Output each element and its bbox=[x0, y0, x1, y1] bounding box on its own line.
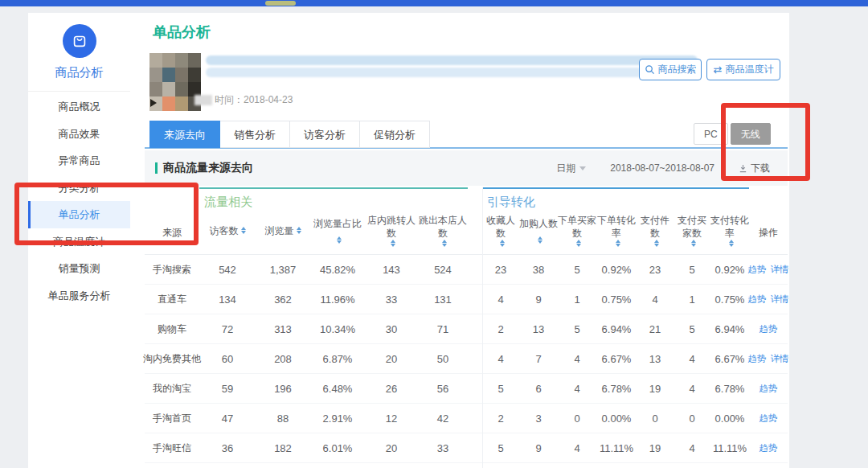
sidebar-item-3[interactable]: 分类分析 bbox=[28, 174, 130, 202]
sort-icon[interactable] bbox=[729, 240, 734, 247]
actions-cell: 趋势 bbox=[749, 442, 788, 454]
column-header[interactable]: 下单买家数 bbox=[558, 214, 596, 254]
sort-icon[interactable] bbox=[500, 240, 505, 247]
sort-icon[interactable] bbox=[297, 227, 301, 234]
tab-2[interactable]: 访客分析 bbox=[290, 121, 360, 148]
metric-cell: 4 bbox=[558, 442, 596, 454]
product-time-row: 时间：2018-04-23 bbox=[194, 93, 293, 107]
detail-link[interactable]: 详情 bbox=[771, 353, 789, 365]
column-header[interactable]: 加购人数 bbox=[519, 214, 558, 254]
sidebar-item-5[interactable]: 商品温度计 bbox=[28, 228, 130, 256]
metric-cell: 42 bbox=[418, 413, 468, 425]
sidebar-item-4[interactable]: 单品分析 bbox=[28, 201, 130, 228]
sort-icon[interactable] bbox=[241, 227, 246, 234]
main-panel: 单品分析 时间：2018-04-23 商品搜索 ⇄ 商品温度计 来源去向销售分析… bbox=[130, 13, 789, 468]
sort-icon[interactable] bbox=[337, 236, 342, 244]
trend-link[interactable]: 趋势 bbox=[760, 383, 778, 395]
header-spacer bbox=[468, 187, 482, 254]
sidebar-item-7[interactable]: 单品服务分析 bbox=[28, 282, 130, 310]
metric-cell: 5 bbox=[558, 264, 596, 276]
sidebar-logo: 商品分析 bbox=[28, 13, 130, 80]
metric-cell: 6.78% bbox=[710, 383, 749, 395]
download-button[interactable]: 下载 bbox=[739, 162, 770, 175]
table-row: 购物车7231310.34%307121356.94%2156.94%趋势 bbox=[145, 314, 788, 344]
metric-cell: 13 bbox=[519, 323, 558, 335]
metric-cell: 6.94% bbox=[596, 323, 637, 335]
sidebar-menu: 商品概况商品效果异常商品分类分析单品分析商品温度计销量预测单品服务分析 bbox=[28, 93, 130, 309]
actions-cell: 趋势详情 bbox=[749, 353, 788, 365]
traffic-group-label: 流量相关 bbox=[199, 189, 468, 214]
metric-cell: 0 bbox=[637, 413, 674, 425]
sort-icon[interactable] bbox=[654, 240, 659, 247]
metric-cell: 0.75% bbox=[710, 294, 749, 306]
metric-cell: 0.00% bbox=[596, 413, 637, 425]
page-title: 单品分析 bbox=[153, 23, 211, 42]
metric-cell: 9 bbox=[519, 294, 558, 306]
sidebar-item-0[interactable]: 商品概况 bbox=[28, 93, 130, 121]
column-header[interactable]: 跳出本店人数 bbox=[418, 214, 468, 254]
column-header[interactable]: 浏览量 bbox=[256, 214, 310, 254]
mosaic-pixel bbox=[162, 53, 175, 68]
trend-link[interactable]: 趋势 bbox=[748, 294, 767, 306]
tab-1[interactable]: 销售分析 bbox=[220, 121, 290, 148]
metric-cell: 134 bbox=[199, 294, 256, 306]
section-toolbar: 商品流量来源去向 日期 2018-08-07~2018-08-07 下载 bbox=[145, 150, 788, 186]
column-header-label: 支付转化率 bbox=[710, 214, 749, 240]
tab-3[interactable]: 促销分析 bbox=[360, 121, 430, 148]
metric-cell: 71 bbox=[418, 323, 468, 335]
metric-cell: 6.94% bbox=[710, 323, 749, 335]
date-range[interactable]: 2018-08-07~2018-08-07 bbox=[610, 162, 714, 174]
column-header[interactable]: 店内跳转人数 bbox=[365, 214, 418, 254]
detail-link[interactable]: 详情 bbox=[771, 264, 789, 276]
column-header[interactable]: 下单转化率 bbox=[596, 214, 637, 254]
tab-0[interactable]: 来源去向 bbox=[149, 121, 220, 148]
play-marker-icon bbox=[150, 99, 157, 107]
metric-cell: 11.11% bbox=[710, 442, 749, 454]
sort-icon[interactable] bbox=[691, 240, 696, 247]
blurred-product-subtitle bbox=[206, 68, 643, 77]
metric-cell: 2 bbox=[482, 413, 519, 425]
metric-cell: 4 bbox=[482, 294, 519, 306]
sort-icon[interactable] bbox=[616, 240, 620, 247]
metric-cell: 5 bbox=[482, 442, 519, 454]
source-cell: 手淘首页 bbox=[145, 412, 199, 425]
sort-icon[interactable] bbox=[442, 240, 447, 247]
source-column-header[interactable]: 来源 bbox=[145, 187, 199, 254]
device-toggle: PC无线 bbox=[694, 123, 771, 145]
device-option-wireless[interactable]: 无线 bbox=[731, 123, 771, 145]
trend-link[interactable]: 趋势 bbox=[760, 323, 778, 335]
chevron-down-icon bbox=[579, 166, 586, 170]
metric-cell: 4 bbox=[558, 383, 596, 395]
metric-cell: 26 bbox=[365, 383, 418, 395]
mosaic-pixel bbox=[162, 68, 175, 82]
metric-cell: 47 bbox=[199, 413, 256, 425]
product-thermometer-button[interactable]: ⇄ 商品温度计 bbox=[706, 59, 780, 80]
actions-cell: 趋势 bbox=[749, 413, 788, 425]
sidebar-item-6[interactable]: 销量预测 bbox=[28, 255, 130, 282]
trend-link[interactable]: 趋势 bbox=[760, 413, 778, 425]
product-search-label: 商品搜索 bbox=[658, 63, 697, 76]
sort-icon[interactable] bbox=[576, 240, 581, 247]
sidebar-item-2[interactable]: 异常商品 bbox=[28, 147, 130, 174]
date-dropdown[interactable]: 日期 bbox=[556, 162, 586, 175]
column-header[interactable]: 浏览量占比 bbox=[310, 214, 365, 254]
mosaic-pixel bbox=[149, 82, 162, 96]
sidebar-item-1[interactable]: 商品效果 bbox=[28, 121, 130, 148]
sort-icon[interactable] bbox=[538, 236, 542, 244]
trend-link[interactable]: 趋势 bbox=[748, 353, 767, 365]
column-header[interactable]: 支付转化率 bbox=[710, 214, 749, 254]
swap-icon: ⇄ bbox=[714, 64, 723, 75]
metric-cell: 0 bbox=[674, 413, 710, 425]
device-option-pc[interactable]: PC bbox=[694, 123, 728, 145]
column-header[interactable]: 收藏人数 bbox=[482, 214, 519, 254]
column-header[interactable]: 支付买家数 bbox=[674, 214, 710, 254]
metric-cell: 23 bbox=[482, 264, 519, 276]
trend-link[interactable]: 趋势 bbox=[748, 264, 767, 276]
sort-icon[interactable] bbox=[391, 240, 395, 247]
metric-cell: 88 bbox=[256, 413, 310, 425]
detail-link[interactable]: 详情 bbox=[771, 294, 789, 306]
column-header[interactable]: 访客数 bbox=[199, 214, 256, 254]
column-header[interactable]: 支付件数 bbox=[637, 214, 674, 254]
product-search-button[interactable]: 商品搜索 bbox=[639, 59, 702, 80]
trend-link[interactable]: 趋势 bbox=[760, 442, 778, 454]
